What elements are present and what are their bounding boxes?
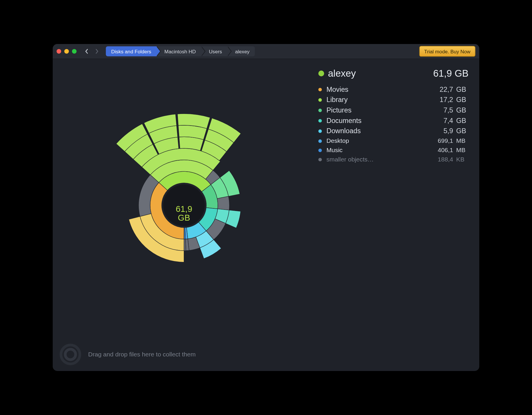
svg-point-0 — [163, 184, 205, 226]
drop-hint: Drag and drop files here to collect them — [88, 351, 196, 358]
breadcrumb: Disks and FoldersMacintosh HDUsersalexey — [106, 46, 255, 56]
sunburst-chart[interactable]: 61,9 GB — [53, 59, 315, 371]
item-size-unit: MB — [456, 147, 468, 154]
item-size-unit: GB — [456, 117, 468, 125]
item-color-dot — [318, 158, 322, 161]
titlebar: Disks and FoldersMacintosh HDUsersalexey… — [53, 44, 480, 59]
item-name: Music — [326, 147, 342, 154]
list-item[interactable]: Library17,2GB — [318, 95, 469, 105]
item-size-num: 22,7 — [440, 86, 453, 94]
item-color-dot — [318, 119, 322, 122]
item-name: Documents — [326, 117, 361, 125]
details-panel: alexey 61,9 GB Movies22,7GBLibrary17,2GB… — [315, 59, 479, 371]
item-size-unit: GB — [456, 106, 468, 115]
item-size-num: 7,4 — [443, 117, 453, 125]
zoom-icon[interactable] — [72, 49, 77, 54]
item-name: Downloads — [326, 127, 361, 135]
summary-size: 61,9 GB — [433, 68, 468, 79]
summary-name: alexey — [328, 68, 356, 79]
list-item[interactable]: Downloads5,9GB — [318, 126, 469, 136]
item-color-dot — [318, 129, 322, 133]
list-item[interactable]: Documents7,4GB — [318, 116, 469, 126]
item-name: Desktop — [326, 138, 349, 145]
list-item[interactable]: Movies22,7GB — [318, 85, 469, 95]
item-size-num: 188,4 — [438, 156, 453, 163]
item-name: Library — [326, 96, 348, 104]
item-size-num: 5,9 — [443, 127, 453, 135]
back-button[interactable] — [82, 47, 91, 56]
drop-footer[interactable]: Drag and drop files here to collect them — [53, 338, 480, 371]
list-item[interactable]: Desktop699,1MB — [318, 136, 469, 146]
item-color-dot — [318, 109, 322, 112]
minimize-icon[interactable] — [64, 49, 69, 54]
app-window: Disks and FoldersMacintosh HDUsersalexey… — [53, 44, 480, 371]
item-name: Movies — [326, 86, 348, 94]
item-name: smaller objects… — [326, 156, 374, 163]
item-size-unit: GB — [456, 96, 468, 104]
breadcrumb-item[interactable]: Disks and Folders — [106, 46, 157, 56]
item-name: Pictures — [326, 106, 351, 115]
item-size-num: 7,5 — [443, 106, 453, 115]
drop-target-icon[interactable] — [60, 344, 81, 365]
item-color-dot — [318, 98, 322, 102]
breadcrumb-item[interactable]: Macintosh HD — [157, 46, 201, 56]
item-size-unit: GB — [456, 127, 468, 135]
item-size-num: 699,1 — [438, 138, 453, 145]
item-color-dot — [318, 88, 322, 91]
item-color-dot — [318, 148, 322, 152]
item-size-unit: KB — [456, 156, 468, 163]
list-item[interactable]: Pictures7,5GB — [318, 105, 469, 116]
buy-now-button[interactable]: Trial mode. Buy Now — [419, 46, 475, 57]
close-icon[interactable] — [57, 49, 61, 54]
item-size-unit: MB — [456, 138, 468, 145]
list-item[interactable]: Music406,1MB — [318, 145, 469, 155]
list-item[interactable]: smaller objects…188,4KB — [318, 155, 469, 164]
item-color-dot — [318, 139, 322, 143]
history-nav — [82, 47, 101, 56]
forward-button — [92, 47, 101, 56]
window-controls — [57, 49, 77, 54]
item-size-num: 17,2 — [440, 96, 453, 104]
summary-color-dot — [318, 71, 324, 76]
item-size-num: 406,1 — [438, 147, 453, 154]
item-size-unit: GB — [456, 86, 468, 94]
